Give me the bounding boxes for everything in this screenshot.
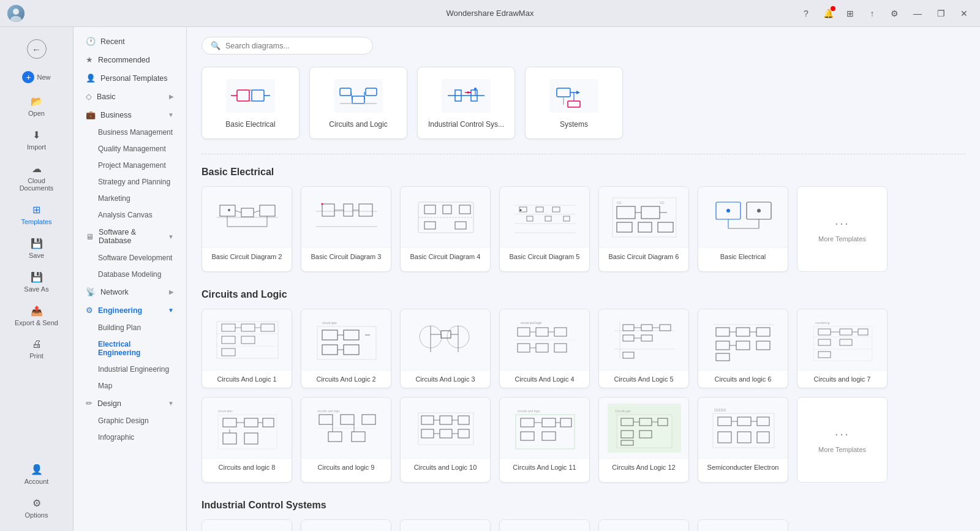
more-templates-basic-electrical[interactable]: ··· More Templates	[797, 186, 888, 272]
template-se[interactable]: ||||||||||||||| Semiconducter E	[698, 397, 788, 483]
svg-rect-266	[508, 526, 582, 531]
search-icon: 🔍	[211, 41, 221, 50]
back-button[interactable]: ←	[9, 34, 64, 64]
cloud-icon: ☁	[32, 163, 42, 175]
template-be[interactable]: Basic Electrical	[698, 186, 788, 272]
avatar	[7, 5, 24, 22]
template-ics5[interactable]: Industrial Control 5	[598, 519, 689, 531]
save-nav-item[interactable]: 💾 Save	[9, 233, 64, 264]
sidebar-category-software[interactable]: 🖥 Software & Database ▼	[76, 224, 184, 249]
print-nav-item[interactable]: 🖨 Print	[9, 334, 64, 364]
template-cal2[interactable]: circuit type Circuits And Logic 2	[301, 309, 391, 388]
minimize-button[interactable]: —	[909, 5, 926, 22]
template-ics6[interactable]: Industrial Control 6	[698, 519, 788, 531]
template-be-img	[698, 187, 788, 248]
new-label: New	[37, 73, 50, 81]
template-cal8[interactable]: circuit plan Circuits and logic	[202, 397, 292, 483]
open-nav-item[interactable]: 📂 Open	[9, 91, 64, 122]
new-nav-item[interactable]: + New	[9, 66, 64, 88]
design-chevron-icon: ▼	[168, 400, 174, 407]
help-icon[interactable]: ?	[797, 5, 815, 22]
cat-thumb-circuits-logic[interactable]: Circuits and Logic	[309, 67, 407, 139]
template-ics2[interactable]: Industrial Control 2	[301, 519, 391, 531]
template-cal4[interactable]: circuit and logic	[499, 309, 590, 388]
sidebar-category-network[interactable]: 📡 Network ▶	[76, 283, 184, 301]
sidebar-item-personal[interactable]: 👤 Personal Templates	[76, 69, 184, 87]
sidebar-sub-industrial-engineering[interactable]: Industrial Engineering	[76, 361, 184, 377]
share-icon[interactable]: ↑	[864, 5, 881, 22]
template-ics6-img	[698, 520, 788, 531]
template-bcd4[interactable]: Basic Circuit Diagram 4	[400, 186, 491, 272]
template-cal5[interactable]: Circuits And Logic 5	[598, 309, 689, 388]
sidebar-item-recent[interactable]: 🕐 Recent	[76, 32, 184, 50]
sidebar-sub-map[interactable]: Map	[76, 378, 184, 394]
sidebar-sub-software-dev[interactable]: Software Development	[76, 250, 184, 266]
basic-electrical-grid: Basic Circuit Diagram 2	[202, 186, 965, 272]
template-bcd5[interactable]: Basic Circuit Diagram 5	[499, 186, 590, 272]
svg-text:GD: GD	[617, 201, 622, 205]
cat-thumb-basic-electrical[interactable]: Basic Electrical	[202, 67, 300, 139]
template-cal9[interactable]: circuits and logic Circuits and logic 9	[301, 397, 391, 483]
cat-thumb-systems[interactable]: Systems	[525, 67, 623, 139]
template-bcd2[interactable]: Basic Circuit Diagram 2	[202, 186, 292, 272]
basic-cat-label: Basic	[97, 92, 116, 101]
sidebar-sub-project-management[interactable]: Project Management	[76, 157, 184, 173]
template-cal6[interactable]: Circuits and logic 6	[698, 309, 788, 388]
account-nav-item[interactable]: 👤 Account	[9, 459, 64, 490]
template-cal2-img: circuit type	[301, 309, 391, 371]
template-bcd6-img: GD GD	[599, 187, 689, 248]
main-content: 🔍 Basic Electric	[187, 27, 980, 531]
sidebar-narrow: ← + New 📂 Open ⬇ Import ☁ Cloud Document…	[0, 27, 74, 531]
options-nav-item[interactable]: ⚙ Options	[9, 492, 64, 524]
sidebar-sub-building-plan[interactable]: Building Plan	[76, 320, 184, 336]
search-input[interactable]	[225, 42, 364, 50]
template-cal7[interactable]: numbering	[797, 309, 888, 388]
sidebar-sub-quality-management[interactable]: Quality Management	[76, 141, 184, 157]
engineering-chevron-icon: ▼	[168, 307, 174, 314]
template-cal12[interactable]: CircuitLogic Circuits And Logic	[598, 397, 689, 483]
more-templates-circuits-logic[interactable]: ··· More Templates	[797, 397, 888, 483]
saveas-nav-item[interactable]: 💾 Save As	[9, 266, 64, 298]
templates-icon: ⊞	[32, 204, 40, 216]
template-ics4[interactable]: control sys Industrial Control	[499, 519, 590, 531]
sidebar-category-design[interactable]: ✏ Design ▼	[76, 394, 184, 412]
back-icon[interactable]: ←	[27, 39, 47, 59]
settings-icon[interactable]: ⚙	[886, 5, 903, 22]
sidebar-sub-business-management[interactable]: Business Management	[76, 124, 184, 140]
sidebar-sub-analysis-canvas[interactable]: Analysis Canvas	[76, 207, 184, 223]
template-cal10[interactable]: Circuits and Logic 10	[400, 397, 491, 483]
sidebar-sub-graphic-design[interactable]: Graphic Design	[76, 413, 184, 429]
template-cal11[interactable]: circuits and logic Circuits And Logic 11	[499, 397, 590, 483]
template-ics1[interactable]: Industrial Control 1	[202, 519, 292, 531]
template-bcd6[interactable]: GD GD Basic Circuit Diagram 6	[598, 186, 689, 272]
close-button[interactable]: ✕	[956, 5, 973, 22]
svg-point-71	[520, 209, 522, 211]
more-templates-label: More Templates	[818, 235, 866, 243]
template-cal3[interactable]: Circuits And Logic 3	[400, 309, 491, 388]
sidebar-item-recommended[interactable]: ★ Recommended	[76, 51, 184, 69]
restore-button[interactable]: ❐	[932, 5, 949, 22]
sidebar-sub-database-modeling[interactable]: Database Modeling	[76, 266, 184, 282]
svg-rect-245	[310, 526, 383, 531]
sidebar-category-basic[interactable]: ◇ Basic ▶	[76, 88, 184, 105]
cloud-nav-item[interactable]: ☁ Cloud Documents	[9, 158, 64, 197]
export-nav-item[interactable]: 📤 Export & Send	[9, 300, 64, 331]
titlebar-left	[7, 5, 24, 22]
sidebar-sub-strategy-planning[interactable]: Strategy and Planning	[76, 174, 184, 190]
template-cal1[interactable]: Circuits And Logic 1	[202, 309, 292, 388]
cat-thumb-industrial-control[interactable]: Industrial Control Sys...	[417, 67, 515, 139]
sidebar-sub-marketing[interactable]: Marketing	[76, 190, 184, 206]
notification-icon[interactable]: 🔔	[820, 5, 837, 22]
templates-nav-item[interactable]: ⊞ Templates	[9, 199, 64, 230]
sidebar-sub-infographic[interactable]: Infographic	[76, 429, 184, 445]
sidebar-sub-electrical-engineering[interactable]: Electrical Engineering	[76, 336, 184, 361]
sidebar-category-engineering[interactable]: ⚙ Engineering ▼	[76, 301, 184, 319]
sidebar-category-business[interactable]: 💼 Business ▼	[76, 106, 184, 124]
template-bcd3[interactable]: Basic Circuit Diagram 3	[301, 186, 391, 272]
network-cat-icon: 📡	[86, 287, 96, 296]
search-bar[interactable]: 🔍	[202, 37, 373, 55]
template-ics3[interactable]: Industrial Control 3	[400, 519, 491, 531]
network-cat-label: Network	[100, 288, 129, 296]
grid-icon[interactable]: ⊞	[842, 5, 859, 22]
import-nav-item[interactable]: ⬇ Import	[9, 124, 64, 156]
